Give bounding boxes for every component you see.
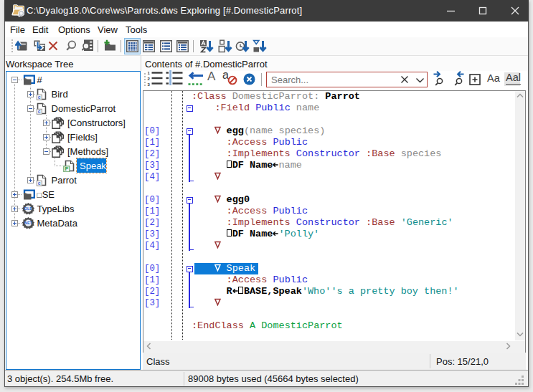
svg-text:OLE: OLE [24,206,32,211]
svg-text:1: 1 [148,71,151,75]
svg-text:NET: NET [24,221,32,225]
svg-text:2: 2 [148,77,151,81]
svg-text:3: 3 [148,82,151,86]
